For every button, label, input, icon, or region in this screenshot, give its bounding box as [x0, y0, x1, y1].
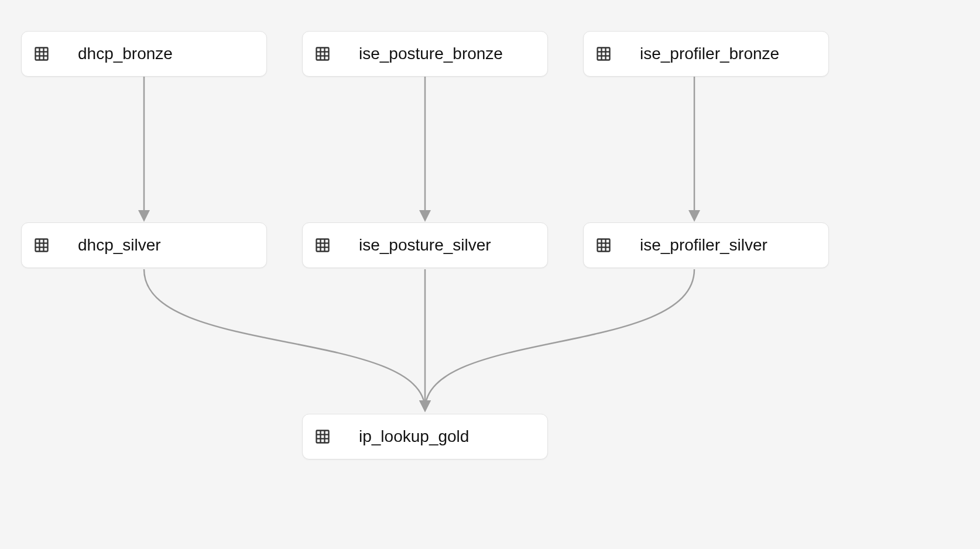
- svg-rect-20: [317, 239, 329, 252]
- node-dhcp-silver[interactable]: dhcp_silver: [21, 222, 267, 268]
- node-ip-lookup-gold[interactable]: ip_lookup_gold: [302, 414, 548, 459]
- table-icon: [314, 428, 331, 445]
- node-label: ip_lookup_gold: [359, 427, 469, 446]
- diagram-canvas: dhcp_bronze ise_posture_bronze ise_profi: [0, 0, 980, 549]
- svg-rect-30: [317, 431, 329, 443]
- table-icon: [314, 237, 331, 253]
- node-label: ise_profiler_bronze: [640, 44, 779, 63]
- node-label: dhcp_bronze: [78, 44, 173, 63]
- edges-layer: [0, 0, 980, 549]
- edge-dhcp-silver-to-gold: [144, 269, 425, 410]
- svg-rect-15: [36, 239, 48, 252]
- svg-rect-0: [36, 48, 48, 60]
- node-ise-posture-silver[interactable]: ise_posture_silver: [302, 222, 548, 268]
- node-ise-posture-bronze[interactable]: ise_posture_bronze: [302, 31, 548, 77]
- table-icon: [33, 46, 50, 62]
- node-label: ise_profiler_silver: [640, 236, 767, 255]
- node-dhcp-bronze[interactable]: dhcp_bronze: [21, 31, 267, 77]
- table-icon: [314, 46, 331, 62]
- node-ise-profiler-silver[interactable]: ise_profiler_silver: [583, 222, 829, 268]
- node-label: ise_posture_bronze: [359, 44, 503, 63]
- svg-rect-10: [598, 48, 610, 60]
- table-icon: [595, 46, 612, 62]
- node-label: ise_posture_silver: [359, 236, 491, 255]
- node-label: dhcp_silver: [78, 236, 161, 255]
- edge-ise-profiler-silver-to-gold: [425, 269, 694, 410]
- table-icon: [33, 237, 50, 253]
- svg-rect-5: [317, 48, 329, 60]
- node-ise-profiler-bronze[interactable]: ise_profiler_bronze: [583, 31, 829, 77]
- table-icon: [595, 237, 612, 253]
- svg-rect-25: [598, 239, 610, 252]
